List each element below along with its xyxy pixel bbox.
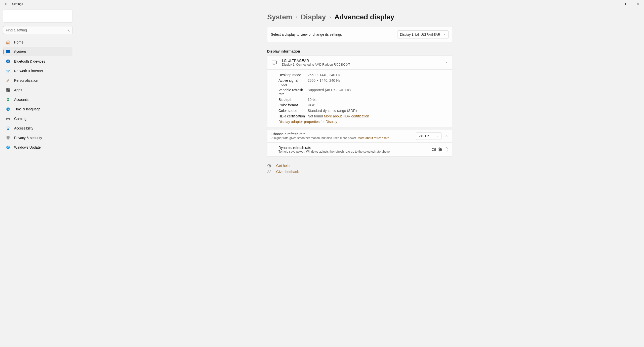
nav-system[interactable]: System — [3, 47, 72, 56]
nav-label: Accounts — [14, 98, 29, 102]
info-row: Bit depth10-bit — [278, 97, 448, 102]
get-help-label: Get help — [276, 164, 290, 168]
nav-update[interactable]: Windows Update — [3, 143, 72, 152]
chevron-up-icon[interactable] — [445, 135, 448, 138]
back-button[interactable] — [4, 2, 9, 7]
nav-network[interactable]: Network & internet — [3, 66, 72, 75]
breadcrumb: System › Display › Advanced display — [267, 13, 452, 21]
display-selector-dropdown[interactable]: Display 1: LG ULTRAGEAR — [397, 30, 449, 38]
nav-label: System — [14, 50, 26, 54]
hdr-cert-link[interactable]: More about HDR certification — [324, 114, 369, 118]
svg-rect-0 — [626, 3, 628, 5]
monitor-icon — [271, 60, 277, 65]
get-help-link[interactable]: Get help — [267, 164, 452, 168]
search-input[interactable] — [3, 26, 72, 34]
help-icon — [267, 164, 272, 168]
sidebar: Home System Bluetooth & devices Network … — [0, 8, 75, 347]
toggle-state-label: Off — [432, 148, 436, 151]
svg-point-17 — [268, 170, 269, 171]
person-icon — [6, 97, 11, 102]
arrow-left-icon — [4, 2, 8, 6]
minimize-button[interactable] — [609, 0, 621, 8]
dynamic-refresh-row: Dynamic refresh rate To help save power,… — [267, 142, 452, 156]
nav-bluetooth[interactable]: Bluetooth & devices — [3, 57, 72, 66]
chevron-down-icon — [443, 33, 446, 36]
refresh-rate-link[interactable]: More about refresh rate — [358, 136, 389, 140]
refresh-rate-card: Choose a refresh rate A higher rate give… — [267, 129, 452, 157]
dynamic-refresh-title: Dynamic refresh rate — [278, 146, 432, 150]
nav-label: Time & language — [14, 107, 41, 111]
clock-icon — [6, 107, 11, 112]
svg-point-13 — [6, 146, 10, 149]
svg-point-12 — [8, 126, 9, 127]
nav-gaming[interactable]: Gaming — [3, 114, 72, 123]
maximize-icon — [625, 3, 628, 5]
nav-label: Bluetooth & devices — [14, 59, 45, 63]
search-box — [3, 26, 72, 34]
close-icon — [637, 3, 639, 5]
chevron-right-icon: › — [329, 15, 331, 20]
svg-rect-9 — [8, 90, 10, 92]
svg-rect-14 — [272, 61, 276, 64]
system-icon — [6, 49, 11, 54]
svg-rect-7 — [8, 88, 10, 90]
main-content: System › Display › Advanced display Sele… — [75, 8, 644, 347]
shield-icon — [6, 135, 11, 140]
minimize-icon — [614, 3, 616, 5]
page-title: Advanced display — [334, 13, 394, 21]
close-button[interactable] — [632, 0, 644, 8]
adapter-properties-link[interactable]: Display adapter properties for Display 1 — [278, 120, 340, 124]
home-icon — [6, 40, 11, 45]
nav-label: Windows Update — [14, 145, 41, 149]
refresh-rate-value: 240 Hz — [419, 134, 429, 138]
nav-label: Home — [14, 40, 23, 44]
nav-privacy[interactable]: Privacy & security — [3, 133, 72, 142]
gamepad-icon — [6, 116, 11, 121]
dynamic-refresh-toggle[interactable] — [438, 147, 448, 152]
display-selector-value: Display 1: LG ULTRAGEAR — [400, 33, 440, 36]
svg-point-16 — [269, 166, 269, 167]
info-row: Color spaceStandard dynamic range (SDR) — [278, 108, 448, 113]
apps-icon — [6, 88, 11, 93]
info-row: Variable refresh rateSupported (48 Hz - … — [278, 87, 448, 97]
maximize-button[interactable] — [621, 0, 632, 8]
give-feedback-link[interactable]: Give feedback — [267, 170, 452, 174]
svg-point-1 — [67, 29, 69, 31]
search-icon — [66, 28, 70, 32]
svg-point-10 — [7, 98, 9, 100]
refresh-rate-dropdown[interactable]: 240 Hz — [416, 132, 441, 140]
feedback-icon — [267, 170, 272, 174]
nav-accounts[interactable]: Accounts — [3, 95, 72, 104]
user-card[interactable] — [3, 10, 72, 23]
nav-label: Apps — [14, 88, 22, 92]
chevron-up-icon — [445, 61, 448, 64]
nav-label: Privacy & security — [14, 136, 42, 140]
chevron-down-icon — [436, 135, 439, 137]
svg-rect-2 — [6, 50, 10, 53]
wifi-icon — [6, 68, 11, 73]
display-info-header[interactable]: LG ULTRAGEAR Display 1: Connected to AMD… — [267, 56, 452, 69]
window-title: Settings — [12, 2, 23, 6]
crumb-system[interactable]: System — [267, 13, 292, 21]
info-row-hdr: HDR certification Not found More about H… — [278, 113, 448, 119]
info-row: Color formatRGB — [278, 102, 448, 108]
nav-list: Home System Bluetooth & devices Network … — [3, 38, 72, 152]
display-connection: Display 1: Connected to AMD Radeon RX 68… — [282, 63, 445, 66]
nav-time[interactable]: Time & language — [3, 105, 72, 114]
nav-apps[interactable]: Apps — [3, 85, 72, 95]
crumb-display[interactable]: Display — [301, 13, 326, 21]
nav-label: Gaming — [14, 117, 26, 121]
brush-icon — [6, 78, 11, 83]
display-info-card: LG ULTRAGEAR Display 1: Connected to AMD… — [267, 55, 452, 128]
nav-personalization[interactable]: Personalization — [3, 76, 72, 85]
nav-accessibility[interactable]: Accessibility — [3, 124, 72, 133]
update-icon — [6, 145, 11, 150]
display-info-section-title: Display information — [267, 49, 452, 53]
title-bar: Settings — [0, 0, 644, 8]
svg-rect-8 — [6, 90, 8, 92]
nav-home[interactable]: Home — [3, 38, 72, 47]
chevron-right-icon: › — [296, 15, 297, 20]
nav-label: Personalization — [14, 78, 38, 82]
nav-label: Accessibility — [14, 126, 33, 130]
info-row: Desktop mode2560 × 1440, 240 Hz — [278, 72, 448, 78]
